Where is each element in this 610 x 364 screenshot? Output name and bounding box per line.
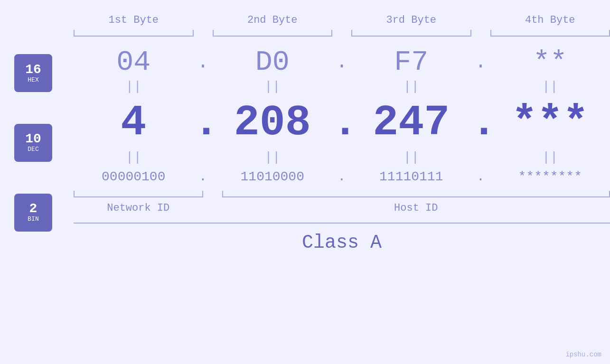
dec-val-2: 208 [234, 99, 311, 147]
bin-dot-1: . [194, 169, 213, 184]
dec-dot-3: . [471, 99, 490, 147]
dec-dot-2: . [332, 99, 351, 147]
hex-val-2: D0 [255, 46, 290, 78]
main-container: 1st Byte 2nd Byte 3rd Byte 4th Byte [0, 0, 610, 364]
hex-row: 04 . D0 . F7 . ** [74, 48, 610, 76]
id-labels: Network ID Host ID [74, 202, 610, 214]
hex-badge: 16 HEX [14, 54, 52, 92]
eq-row-1: || || || || [74, 79, 610, 94]
eq-row-2: || || || || [74, 150, 610, 165]
hex-val-1: 04 [116, 46, 150, 78]
content-area: 16 HEX 10 DEC 2 BIN 04 . D0 . F7 [0, 38, 610, 364]
bin-badge: 2 BIN [14, 194, 52, 232]
network-id-label: Network ID [107, 202, 169, 214]
eq-1-1: || [125, 79, 141, 94]
hex-val-3: F7 [394, 46, 428, 78]
dec-dot-1: . [194, 99, 213, 147]
host-id-label: Host ID [394, 202, 438, 214]
dec-row: 4 . 208 . 247 . *** [74, 99, 610, 147]
bin-dot-3: . [471, 169, 490, 184]
hex-val-4: ** [533, 46, 567, 78]
hex-dot-2: . [332, 52, 351, 73]
eq-2-2: || [264, 150, 281, 165]
dec-badge-label: DEC [28, 146, 38, 153]
byte-header-1: 1st Byte [74, 14, 194, 26]
bin-row: 00000100 . 11010000 . 11110111 . *******… [74, 169, 610, 184]
bin-badge-label: BIN [28, 215, 38, 223]
byte-headers: 1st Byte 2nd Byte 3rd Byte 4th Byte [0, 14, 610, 26]
eq-1-3: || [403, 79, 419, 94]
dec-val-1: 4 [121, 99, 146, 147]
hex-dot-3: . [471, 52, 490, 73]
bin-val-1: 00000100 [102, 169, 165, 184]
class-top-line [74, 223, 610, 224]
top-bracket [74, 30, 610, 38]
bin-val-3: 11110111 [379, 169, 443, 184]
byte-header-2: 2nd Byte [213, 14, 333, 26]
eq-2-3: || [403, 150, 419, 165]
bin-dot-2: . [332, 169, 351, 184]
bin-val-4: ******** [518, 169, 582, 184]
eq-1-4: || [542, 79, 558, 94]
bin-badge-num: 2 [29, 202, 38, 215]
watermark: ipshu.com [565, 351, 601, 358]
hex-dot-1: . [194, 52, 213, 73]
byte-header-4: 4th Byte [490, 14, 610, 26]
class-label: Class A [302, 232, 382, 253]
eq-2-4: || [542, 150, 558, 165]
hex-badge-label: HEX [28, 76, 38, 84]
bin-val-2: 11010000 [241, 169, 304, 184]
dec-val-4: *** [512, 99, 589, 147]
dec-val-3: 247 [373, 99, 450, 147]
dec-badge-num: 10 [25, 132, 41, 146]
byte-header-3: 3rd Byte [351, 14, 471, 26]
class-section: Class A [74, 223, 610, 253]
eq-1-2: || [264, 79, 281, 94]
dec-badge: 10 DEC [14, 124, 52, 162]
eq-2-1: || [125, 150, 141, 165]
bottom-brackets [74, 191, 610, 199]
hex-badge-num: 16 [25, 63, 41, 76]
badges-col: 16 HEX 10 DEC 2 BIN [14, 38, 52, 247]
